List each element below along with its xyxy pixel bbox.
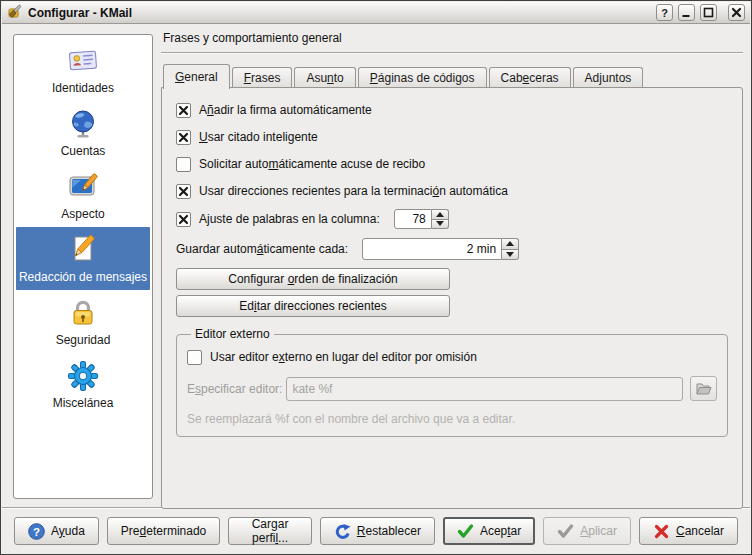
category-sidebar: Identidades Cuentas xyxy=(13,34,153,499)
arrow-down-icon xyxy=(506,252,514,257)
sidebar-item-label: Aspecto xyxy=(61,207,104,221)
open-folder-icon xyxy=(695,381,712,396)
help-window-button[interactable]: ? xyxy=(656,4,673,21)
titlebar: Configurar - KMail ? xyxy=(2,2,750,24)
autosave-interval-input[interactable] xyxy=(362,238,502,260)
use-external-editor-row: Usar editor externo en lugar del editor … xyxy=(187,347,717,367)
load-profile-button[interactable]: Cargar perfil... xyxy=(228,517,312,545)
sidebar-item-miscelanea[interactable]: Miscelánea xyxy=(16,353,150,416)
tab-cabeceras[interactable]: Cabeceras xyxy=(489,67,571,88)
wordwrap-column-input[interactable] xyxy=(394,209,432,229)
editor-command-input[interactable] xyxy=(286,377,683,401)
checkbox-label: Añadir la firma automáticamente xyxy=(199,103,372,117)
checkbox-row-acuse: Solicitar automáticamente acuse de recib… xyxy=(176,154,730,174)
gear-icon xyxy=(67,360,99,392)
appearance-icon xyxy=(67,171,99,203)
edit-recent-addresses-button[interactable]: Editar direcciones recientes xyxy=(176,295,450,317)
sidebar-item-cuentas[interactable]: Cuentas xyxy=(16,101,150,164)
wordwrap-spinner xyxy=(394,209,449,229)
page-title: Frases y comportamiento general xyxy=(161,31,743,45)
identity-card-icon xyxy=(67,45,99,77)
maximize-icon xyxy=(702,6,715,19)
browse-editor-button[interactable] xyxy=(690,376,717,401)
check-icon xyxy=(457,523,474,540)
ok-button[interactable]: Aceptar xyxy=(443,517,535,545)
reset-button[interactable]: Restablecer xyxy=(320,517,435,545)
header-separator xyxy=(161,52,743,54)
sidebar-item-label: Seguridad xyxy=(56,333,111,347)
tab-bar: General Frases Asunto Páginas de códigos… xyxy=(163,62,743,88)
lock-icon xyxy=(67,297,99,329)
checkmark-x-icon xyxy=(178,105,189,116)
recent-addresses-checkbox[interactable] xyxy=(176,184,191,199)
configure-dialog: Configurar - KMail ? Iden xyxy=(0,0,752,555)
checkmark-x-icon xyxy=(178,214,189,225)
spin-down-button[interactable] xyxy=(432,219,449,230)
footer-button-bar: ? Ayuda Predeterminado Cargar perfil... … xyxy=(14,517,738,545)
cancel-button[interactable]: Cancelar xyxy=(639,517,738,545)
tab-asunto[interactable]: Asunto xyxy=(294,67,355,88)
checkbox-label: Usar direcciones recientes para la termi… xyxy=(199,184,508,198)
checkbox-label: Ajuste de palabras en la columna: xyxy=(199,212,380,226)
minimize-button[interactable] xyxy=(678,4,695,21)
help-icon: ? xyxy=(28,523,45,540)
sidebar-item-redaccion[interactable]: Redacción de mensajes xyxy=(16,227,150,290)
close-button[interactable] xyxy=(728,4,745,21)
sidebar-item-label: Identidades xyxy=(52,81,114,95)
spin-up-button[interactable] xyxy=(432,209,449,219)
tab-adjuntos[interactable]: Adjuntos xyxy=(573,67,644,88)
general-tab-panel: Añadir la firma automáticamente Usar cit… xyxy=(161,87,743,509)
sidebar-item-label: Miscelánea xyxy=(53,396,114,410)
checkbox-label: Solicitar automáticamente acuse de recib… xyxy=(199,157,425,171)
checkbox-row-direcciones: Usar direcciones recientes para la termi… xyxy=(176,181,730,201)
tab-paginas-de-codigos[interactable]: Páginas de códigos xyxy=(358,67,487,88)
external-editor-group: Editor externo Usar editor externo en lu… xyxy=(176,327,728,437)
sidebar-item-seguridad[interactable]: Seguridad xyxy=(16,290,150,353)
wordwrap-checkbox[interactable] xyxy=(176,212,191,227)
add-signature-checkbox[interactable] xyxy=(176,103,191,118)
editor-hint-text: Se reemplazará %f con el nombre del arch… xyxy=(187,412,717,426)
maximize-button[interactable] xyxy=(700,4,717,21)
sidebar-item-identidades[interactable]: Identidades xyxy=(16,38,150,101)
close-icon xyxy=(730,6,743,19)
checkmark-x-icon xyxy=(178,186,189,197)
smart-quote-checkbox[interactable] xyxy=(176,130,191,145)
tab-general[interactable]: General xyxy=(163,64,230,89)
specify-editor-label: Especificar editor: xyxy=(187,382,282,396)
spin-up-button[interactable] xyxy=(502,238,519,249)
apply-button[interactable]: Aplicar xyxy=(543,517,631,545)
sidebar-item-label: Redacción de mensajes xyxy=(19,270,147,284)
defaults-button[interactable]: Predeterminado xyxy=(107,517,220,545)
arrow-up-icon xyxy=(436,212,444,217)
sidebar-item-aspecto[interactable]: Aspecto xyxy=(16,164,150,227)
request-mdn-checkbox[interactable] xyxy=(176,157,191,172)
tab-frases[interactable]: Frases xyxy=(232,67,293,88)
arrow-down-icon xyxy=(436,221,444,226)
group-title: Editor externo xyxy=(191,327,274,341)
autosave-label: Guardar automáticamente cada: xyxy=(176,242,348,256)
checkbox-row-firma: Añadir la firma automáticamente xyxy=(176,100,730,120)
autosave-row: Guardar automáticamente cada: xyxy=(176,237,730,261)
undo-icon xyxy=(334,523,351,540)
use-external-editor-checkbox[interactable] xyxy=(187,350,202,365)
cross-icon xyxy=(653,523,670,540)
autosave-spinner xyxy=(362,238,519,260)
check-icon xyxy=(557,523,574,540)
editor-command-row: Especificar editor: xyxy=(187,376,717,401)
arrow-up-icon xyxy=(506,241,514,246)
checkbox-row-citado: Usar citado inteligente xyxy=(176,127,730,147)
checkbox-label: Usar editor externo en lugar del editor … xyxy=(210,350,477,364)
wordwrap-row: Ajuste de palabras en la columna: xyxy=(176,208,730,230)
minimize-icon xyxy=(680,6,693,19)
configure-completion-order-button[interactable]: Configurar orden de finalización xyxy=(176,268,450,290)
composer-icon xyxy=(67,234,99,266)
window-title: Configurar - KMail xyxy=(28,6,651,20)
checkbox-label: Usar citado inteligente xyxy=(199,130,318,144)
checkmark-x-icon xyxy=(178,132,189,143)
help-button[interactable]: ? Ayuda xyxy=(14,517,99,545)
spin-down-button[interactable] xyxy=(502,249,519,261)
sidebar-item-label: Cuentas xyxy=(61,144,106,158)
app-icon xyxy=(7,3,23,23)
globe-icon xyxy=(67,108,99,140)
main-area: Frases y comportamiento general General … xyxy=(161,31,743,509)
